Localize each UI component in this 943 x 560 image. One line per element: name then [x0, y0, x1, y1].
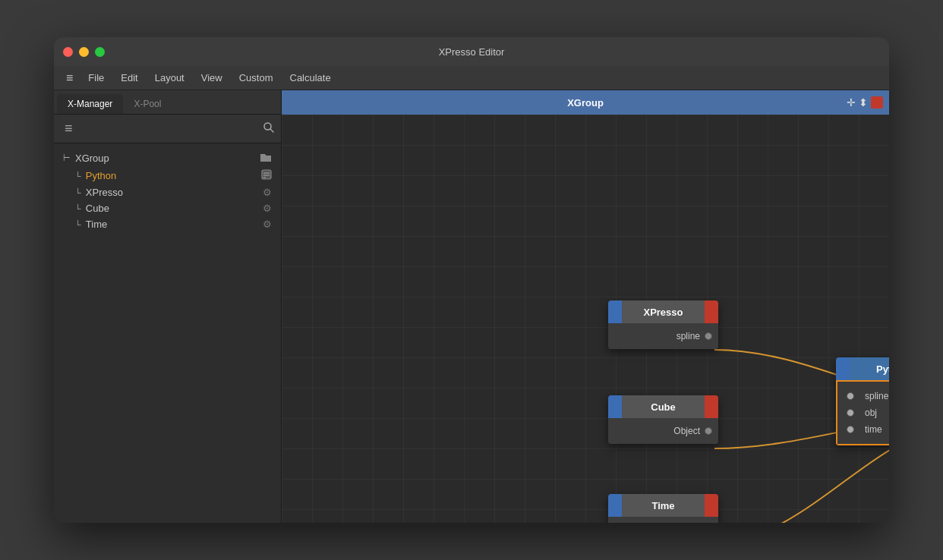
- node-right-stripe: [705, 395, 718, 418]
- menu-edit[interactable]: Edit: [113, 69, 145, 87]
- traffic-lights: [63, 47, 105, 57]
- gear-icon: ⚙: [263, 219, 272, 230]
- tree-item-label: Time: [86, 219, 107, 230]
- port-label: Object: [673, 426, 700, 436]
- port-label: obj: [865, 407, 877, 418]
- port-label: time: [865, 424, 882, 435]
- time-node-title: Time: [622, 494, 705, 517]
- svg-line-1: [270, 129, 273, 132]
- arrange-icon[interactable]: ⬍: [859, 96, 868, 109]
- window-title: XPresso Editor: [439, 46, 505, 58]
- node-left-stripe: [836, 357, 850, 380]
- search-button[interactable]: [263, 121, 275, 136]
- tree-item-label: Cube: [86, 203, 109, 214]
- cube-node-body: Object: [608, 418, 718, 444]
- port-dot-time-in[interactable]: [847, 426, 854, 433]
- xpresso-node-header: XPresso: [608, 300, 718, 323]
- main-window: XPresso Editor ≡ File Edit Layout View C…: [54, 37, 889, 523]
- close-button[interactable]: [63, 47, 73, 57]
- port-dot-obj-in[interactable]: [847, 409, 854, 417]
- cube-node-header: Cube: [608, 395, 718, 418]
- menu-view[interactable]: View: [194, 69, 230, 87]
- xpresso-node[interactable]: XPresso spline: [608, 300, 718, 349]
- calculator-icon: [261, 169, 272, 182]
- tree-item-cube[interactable]: └ Cube ⚙: [57, 200, 278, 216]
- left-panel: X-Manager X-Pool ≡ ⊢ XGroup: [54, 90, 282, 523]
- tab-x-pool[interactable]: X-Pool: [123, 94, 172, 114]
- move-icon[interactable]: ✛: [847, 96, 856, 109]
- gear-icon: ⚙: [263, 203, 272, 214]
- time-port-time[interactable]: Time: [608, 521, 718, 523]
- time-node-header: Time: [608, 494, 718, 517]
- python-port-time[interactable]: time: [840, 421, 889, 438]
- tree-branch-icon: └: [75, 204, 81, 213]
- node-editor-header: XGroup ✛ ⬍: [282, 90, 889, 115]
- time-node[interactable]: Time Time: [608, 494, 718, 523]
- menu-layout[interactable]: Layout: [147, 69, 192, 87]
- node-right-stripe: [705, 300, 718, 323]
- panel-toolbar: ≡: [54, 115, 281, 143]
- main-content: X-Manager X-Pool ≡ ⊢ XGroup: [54, 90, 889, 523]
- python-port-spline[interactable]: spline: [840, 388, 889, 404]
- panel-tabs: X-Manager X-Pool: [54, 90, 281, 115]
- python-node-title: Python: [850, 357, 889, 380]
- menu-custom[interactable]: Custom: [232, 69, 281, 87]
- python-port-obj[interactable]: obj: [840, 404, 889, 421]
- maximize-button[interactable]: [95, 47, 105, 57]
- titlebar: XPresso Editor: [54, 37, 889, 66]
- cube-node-title: Cube: [622, 395, 705, 418]
- python-node-body: spline obj time: [836, 380, 889, 445]
- menu-file[interactable]: File: [80, 69, 112, 87]
- hamburger-menu[interactable]: ≡: [60, 68, 79, 88]
- toolbar-hamburger[interactable]: ≡: [60, 119, 77, 138]
- port-label: spline: [865, 391, 888, 401]
- svg-rect-2: [262, 170, 271, 179]
- node-canvas[interactable]: XPresso spline Cube: [282, 115, 889, 523]
- port-dot-spline[interactable]: [705, 332, 712, 340]
- menu-calculate[interactable]: Calculate: [282, 69, 339, 87]
- tab-x-manager[interactable]: X-Manager: [57, 94, 123, 114]
- node-right-stripe: [705, 494, 718, 517]
- node-left-stripe: [608, 494, 622, 517]
- tree-item-python[interactable]: └ Python: [57, 167, 278, 184]
- tree-branch-icon: └: [75, 171, 81, 181]
- cube-node[interactable]: Cube Object: [608, 395, 718, 444]
- port-dot-spline-in[interactable]: [847, 392, 854, 400]
- tree-branch-icon: └: [75, 188, 81, 197]
- cube-port-object[interactable]: Object: [608, 423, 718, 439]
- port-dot-object[interactable]: [705, 427, 712, 435]
- gear-icon: ⚙: [263, 187, 272, 198]
- tree-branch-icon: └: [75, 220, 81, 229]
- port-label: spline: [676, 331, 700, 341]
- folder-icon: [260, 152, 272, 165]
- xpresso-node-title: XPresso: [622, 300, 705, 323]
- header-controls: ✛ ⬍: [847, 96, 883, 109]
- node-editor-title: XGroup: [567, 97, 604, 109]
- python-node-header: Python: [836, 357, 889, 380]
- python-node[interactable]: Python spline obj: [836, 357, 889, 445]
- xpresso-port-spline[interactable]: spline: [608, 328, 718, 344]
- tree-item-label: XPresso: [86, 187, 123, 198]
- tree-item-label: Python: [86, 170, 116, 181]
- node-left-stripe: [608, 300, 622, 323]
- time-node-body: Time: [608, 517, 718, 523]
- minimize-button[interactable]: [79, 47, 89, 57]
- connections-svg: [282, 115, 889, 523]
- tree-item-label: XGroup: [75, 153, 109, 164]
- close-editor-button[interactable]: [871, 96, 883, 109]
- xpresso-node-body: spline: [608, 323, 718, 349]
- tree-expand-icon: ⊢: [63, 153, 71, 163]
- node-editor: XGroup ✛ ⬍: [282, 90, 889, 523]
- tree-view: ⊢ XGroup └ Python: [54, 143, 281, 523]
- node-left-stripe: [608, 395, 622, 418]
- menubar: ≡ File Edit Layout View Custom Calculate: [54, 66, 889, 90]
- tree-item-xgroup[interactable]: ⊢ XGroup: [57, 149, 278, 167]
- tree-item-time[interactable]: └ Time ⚙: [57, 216, 278, 232]
- tree-item-xpresso[interactable]: └ XPresso ⚙: [57, 184, 278, 200]
